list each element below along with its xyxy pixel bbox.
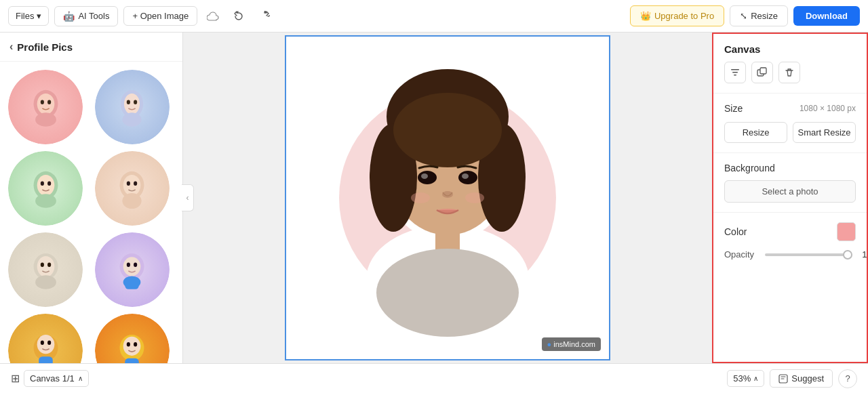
opacity-row: Opacity 100: [724, 249, 856, 260]
face-svg-8: [106, 325, 158, 364]
back-button[interactable]: ‹: [9, 41, 13, 53]
copy-icon: [757, 67, 768, 78]
list-item[interactable]: [95, 151, 170, 226]
color-label: Color: [724, 226, 747, 237]
svg-point-37: [123, 336, 141, 355]
svg-point-55: [465, 192, 484, 203]
svg-point-30: [123, 276, 141, 288]
opacity-slider[interactable]: [765, 253, 852, 256]
canvas-indicator-label: Canvas 1/1: [30, 373, 75, 384]
select-photo-button[interactable]: Select a photo: [724, 180, 856, 203]
main-toolbar: Files ▾ 🤖 AI Tools + Open Image 👑 Upgrad…: [0, 0, 868, 33]
help-icon: ?: [845, 373, 850, 384]
svg-point-48: [393, 93, 502, 167]
zoom-chevron-icon: ∧: [753, 375, 758, 382]
panel-size-section: Size 1080 × 1080 px Resize Smart Resize: [713, 94, 867, 153]
svg-point-18: [134, 181, 137, 185]
profile-pic-4: [95, 151, 170, 226]
svg-point-52: [462, 173, 469, 179]
svg-point-23: [47, 262, 51, 266]
list-item[interactable]: [8, 232, 83, 307]
size-row: Size 1080 × 1080 px: [724, 103, 856, 114]
svg-point-51: [421, 173, 428, 179]
svg-rect-58: [731, 69, 739, 70]
list-item[interactable]: [8, 151, 83, 226]
cloud-icon: [207, 12, 219, 21]
svg-point-11: [37, 174, 54, 195]
filter-icon-button[interactable]: [724, 62, 746, 83]
resize-buttons-row: Resize Smart Resize: [724, 122, 856, 143]
list-item[interactable]: [95, 314, 170, 363]
svg-point-24: [35, 275, 56, 289]
color-swatch[interactable]: [837, 222, 856, 241]
svg-rect-62: [760, 68, 766, 74]
redo-button[interactable]: [254, 6, 275, 26]
list-item[interactable]: [8, 70, 83, 144]
suggest-icon: [778, 374, 788, 384]
profile-pic-3: [8, 151, 83, 226]
background-label: Background: [724, 163, 856, 173]
bottom-bar-left: ⊞ Canvas 1/1 ∧: [11, 370, 719, 387]
download-button[interactable]: Download: [793, 6, 860, 26]
face-svg-2: [106, 81, 158, 133]
ai-tools-button[interactable]: 🤖 AI Tools: [54, 6, 118, 26]
duplicate-icon-button[interactable]: [751, 62, 773, 83]
zoom-control[interactable]: 53% ∧: [727, 370, 764, 387]
svg-point-34: [47, 340, 51, 344]
resize-icon: ⤡: [740, 11, 747, 21]
chevron-left-icon: ‹: [186, 193, 189, 203]
resize-top-button[interactable]: ⤡ Resize: [730, 5, 788, 26]
toolbar-right: 👑 Upgrade to Pro ⤡ Resize Download: [630, 5, 860, 26]
svg-point-22: [40, 262, 43, 266]
svg-point-3: [47, 100, 51, 104]
svg-point-39: [134, 342, 137, 346]
svg-point-57: [376, 249, 519, 337]
svg-point-2: [40, 100, 43, 104]
delete-icon-button[interactable]: [778, 62, 800, 83]
help-button[interactable]: ?: [838, 369, 857, 388]
suggest-button[interactable]: Suggest: [770, 369, 833, 388]
svg-point-19: [122, 192, 141, 208]
svg-point-33: [40, 340, 43, 344]
bottom-bar: ⊞ Canvas 1/1 ∧ 53% ∧ Suggest ?: [0, 363, 868, 393]
profile-pic-6: [95, 232, 170, 307]
svg-point-26: [123, 257, 141, 276]
panel-canvas-section: Canvas: [713, 34, 867, 94]
cloud-icon-button[interactable]: [203, 6, 223, 26]
face-svg-3: [20, 163, 72, 215]
face-svg-6: [106, 244, 158, 296]
opacity-label: Opacity: [724, 249, 760, 260]
size-value: 1080 × 1080 px: [800, 104, 856, 113]
toolbar-left: Files ▾ 🤖 AI Tools + Open Image: [8, 6, 625, 26]
upgrade-pro-button[interactable]: 👑 Upgrade to Pro: [630, 5, 724, 26]
sidebar-collapse-handle[interactable]: ‹: [182, 184, 194, 211]
chevron-down-icon: ▾: [37, 11, 41, 21]
profile-pics-grid: [0, 62, 182, 363]
panel-color-section: Color Opacity 100: [713, 213, 867, 269]
open-image-button[interactable]: + Open Image: [123, 6, 197, 26]
color-row: Color: [724, 222, 856, 241]
svg-point-27: [127, 262, 130, 266]
canvas-area: ● insMind.com: [183, 33, 712, 363]
smart-resize-button[interactable]: Smart Resize: [793, 122, 856, 143]
crown-icon: 👑: [640, 11, 651, 21]
main-content: ‹ Profile Pics: [0, 33, 868, 363]
svg-point-38: [127, 342, 130, 346]
undo-button[interactable]: [229, 6, 249, 26]
list-item[interactable]: [8, 314, 83, 363]
list-item[interactable]: [95, 70, 170, 144]
svg-point-13: [47, 181, 51, 185]
right-panel: Canvas Size 1080 × 1080 px Resize: [712, 33, 868, 363]
profile-pic-5: [8, 232, 83, 307]
open-image-label: + Open Image: [132, 11, 189, 21]
resize-top-label: Resize: [751, 11, 778, 21]
resize-panel-button[interactable]: Resize: [724, 122, 787, 143]
ai-icon: 🤖: [63, 11, 75, 22]
svg-rect-60: [734, 75, 736, 76]
canvas-indicator[interactable]: Canvas 1/1 ∧: [24, 370, 89, 387]
list-item[interactable]: [95, 232, 170, 307]
suggest-label: Suggest: [791, 373, 824, 384]
canvas-board[interactable]: ● insMind.com: [285, 35, 610, 360]
files-menu-button[interactable]: Files ▾: [8, 6, 49, 26]
download-label: Download: [806, 11, 848, 21]
